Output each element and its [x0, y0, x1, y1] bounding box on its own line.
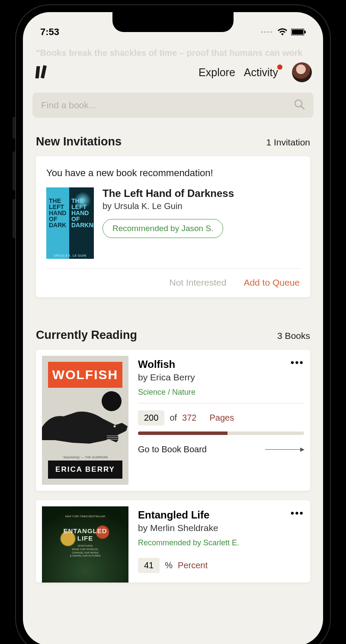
svg-rect-4	[41, 65, 47, 78]
invitation-message: You have a new book recommendation!	[46, 167, 300, 179]
reading-book-card: WOLFISH "Astonishing" — THE GUARDIAN ERI…	[36, 350, 310, 491]
quote-text: "Books break the shackles of time – proo…	[23, 42, 323, 57]
progress-row: 41 % Percent	[138, 558, 304, 573]
invitation-book-title: The Left Hand of Darkness	[103, 187, 234, 200]
book-author: by Merlin Sheldrake	[138, 523, 304, 533]
invitations-header: New Invitations 1 Invitation	[23, 118, 323, 156]
reading-book-card: NEW YORK TIMES BESTSELLER ENTANGLED LIFE…	[36, 500, 310, 583]
side-button	[13, 117, 15, 138]
progress-of: of	[170, 413, 177, 423]
book-board-link[interactable]: Go to Book Board	[138, 444, 304, 454]
more-icon[interactable]: •••	[291, 507, 304, 519]
pages-current-input[interactable]: 200	[138, 410, 164, 425]
reading-heading: Currently Reading	[36, 328, 137, 342]
search-input[interactable]	[41, 100, 294, 110]
app-header: Explore Activity	[23, 57, 323, 89]
arrow-right-icon	[265, 449, 304, 450]
svg-rect-2	[304, 31, 306, 33]
wolf-illustration-icon	[42, 406, 128, 457]
not-interested-button[interactable]: Not Interested	[169, 277, 226, 288]
svg-rect-3	[35, 66, 40, 78]
nav-activity[interactable]: Activity	[244, 66, 278, 79]
book-genre[interactable]: Science / Nature	[138, 388, 304, 403]
pages-total: 372	[182, 413, 196, 423]
add-to-queue-button[interactable]: Add to Queue	[243, 277, 300, 288]
status-time: 7:53	[40, 26, 59, 38]
nav-activity-label: Activity	[244, 66, 278, 78]
book-board-label: Go to Book Board	[138, 444, 207, 454]
reading-header: Currently Reading 3 Books	[23, 297, 323, 350]
phone-frame: 7:53 "Books break the shackles of time –…	[15, 4, 331, 644]
book-cover[interactable]: NEW YORK TIMES BESTSELLER ENTANGLED LIFE…	[42, 506, 128, 583]
reading-count: 3 Books	[277, 331, 310, 341]
svg-rect-1	[292, 29, 303, 35]
progress-fill	[138, 431, 227, 435]
invitation-book-author: by Ursula K. Le Guin	[103, 201, 234, 211]
percent-current-input[interactable]: 41	[138, 558, 160, 573]
side-button	[13, 199, 15, 238]
invitations-heading: New Invitations	[36, 135, 122, 148]
book-cover[interactable]: WOLFISH "Astonishing" — THE GUARDIAN ERI…	[42, 356, 128, 485]
search-icon	[294, 99, 305, 112]
svg-point-7	[114, 425, 116, 428]
notch	[112, 12, 234, 32]
svg-line-6	[301, 106, 304, 109]
notification-dot-icon	[277, 64, 282, 70]
book-cover[interactable]: THE LEFT HAND OF DARK THE LEFT HAND OF D…	[46, 187, 94, 259]
recommended-by-label: Recommended by Scarlett E.	[138, 538, 304, 554]
progress-bar[interactable]	[138, 431, 304, 435]
recommended-by-pill[interactable]: Recommended by Jason S.	[103, 219, 223, 238]
invitations-count: 1 Invitation	[266, 137, 310, 148]
app-logo-icon[interactable]	[34, 64, 51, 80]
screen: 7:53 "Books break the shackles of time –…	[23, 12, 323, 644]
nav-explore[interactable]: Explore	[199, 66, 235, 79]
battery-icon	[291, 29, 306, 35]
cellular-dots-icon	[261, 31, 272, 33]
progress-row: 200 of 372 Pages	[138, 410, 304, 425]
more-icon[interactable]: •••	[291, 357, 304, 369]
wifi-icon	[277, 28, 288, 36]
book-author: by Erica Berry	[138, 372, 304, 383]
avatar[interactable]	[292, 62, 312, 82]
book-title: Entangled Life	[138, 509, 304, 521]
percent-symbol: %	[165, 560, 173, 570]
pages-unit: Pages	[209, 413, 234, 423]
book-title: Wolfish	[138, 358, 304, 370]
percent-unit: Percent	[178, 560, 208, 570]
side-button	[13, 151, 15, 190]
search-bar[interactable]	[32, 93, 314, 118]
invitation-card: You have a new book recommendation! THE …	[36, 156, 310, 297]
